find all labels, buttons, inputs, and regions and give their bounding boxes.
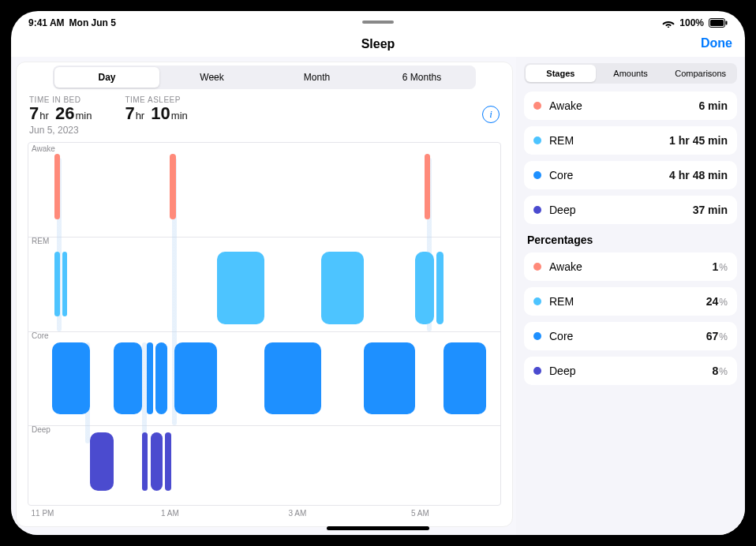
xlabel-1am: 1 AM	[161, 509, 179, 518]
tab-comparisons[interactable]: Comparisons	[665, 65, 735, 82]
side-panel: Stages Amounts Comparisons Awake 6 min R…	[516, 57, 745, 535]
dot-icon	[533, 136, 541, 144]
tab-week[interactable]: Week	[159, 67, 264, 88]
range-segmented-control: Day Week Month 6 Months	[53, 65, 476, 89]
xlabel-11pm: 11 PM	[31, 509, 54, 518]
pct-row-deep[interactable]: Deep 8%	[524, 357, 737, 385]
pct-row-awake[interactable]: Awake 1%	[524, 252, 737, 281]
bed-hours: 7	[29, 103, 39, 123]
ylabel-rem: REM	[32, 237, 49, 245]
dot-icon	[533, 297, 541, 305]
summary-row: TIME IN BED 7hr 26min TIME ASLEEP 7hr 10…	[17, 95, 512, 123]
ylabel-awake: Awake	[32, 144, 55, 153]
tab-stages[interactable]: Stages	[526, 65, 596, 82]
percentages-heading: Percentages	[527, 234, 734, 246]
dot-icon	[533, 263, 541, 271]
main-panel: Day Week Month 6 Months TIME IN BED 7hr …	[16, 62, 513, 527]
asleep-hours: 7	[125, 103, 134, 123]
time-asleep-metric: TIME ASLEEP 7hr 10min	[125, 95, 189, 123]
done-button[interactable]: Done	[701, 36, 732, 50]
wifi-icon	[662, 18, 675, 28]
dot-icon	[533, 102, 541, 110]
svg-rect-2	[726, 21, 728, 25]
xlabel-3am: 3 AM	[288, 509, 306, 518]
stage-row-deep[interactable]: Deep 37 min	[524, 196, 737, 224]
dot-icon	[533, 332, 541, 340]
selected-date: Jun 5, 2023	[17, 123, 512, 139]
status-battery-pct: 100%	[679, 17, 704, 28]
tab-amounts[interactable]: Amounts	[596, 65, 666, 82]
title-bar: Sleep Done	[11, 32, 745, 57]
home-indicator[interactable]	[327, 526, 429, 530]
screen: 9:41 AM Mon Jun 5 100% Sleep Done Day We…	[11, 11, 745, 535]
ylabel-core: Core	[32, 331, 49, 340]
device-dots-icon	[362, 21, 394, 24]
pct-row-core[interactable]: Core 67%	[524, 322, 737, 350]
ipad-frame: 9:41 AM Mon Jun 5 100% Sleep Done Day We…	[0, 0, 756, 546]
xlabel-5am: 5 AM	[411, 509, 429, 518]
info-icon[interactable]: i	[482, 106, 500, 123]
pct-row-rem[interactable]: REM 24%	[524, 287, 737, 316]
dot-icon	[533, 206, 541, 214]
svg-rect-1	[710, 20, 724, 26]
bed-mins: 26	[55, 103, 74, 123]
dot-icon	[533, 171, 541, 179]
tab-6months[interactable]: 6 Months	[369, 67, 474, 88]
battery-icon	[709, 18, 728, 28]
page-title: Sleep	[361, 37, 395, 51]
detail-segmented-control: Stages Amounts Comparisons	[524, 63, 737, 84]
stage-row-rem[interactable]: REM 1 hr 45 min	[524, 126, 737, 155]
asleep-mins: 10	[151, 103, 170, 123]
status-date: Mon Jun 5	[69, 17, 116, 28]
tab-day[interactable]: Day	[54, 67, 159, 88]
sleep-chart[interactable]: Awake REM Core Deep 11 PM 1 AM 3 AM 5 AM	[28, 142, 501, 506]
stage-row-awake[interactable]: Awake 6 min	[524, 92, 737, 120]
time-in-bed-metric: TIME IN BED 7hr 26min	[29, 95, 93, 123]
tab-month[interactable]: Month	[264, 67, 369, 88]
ylabel-deep: Deep	[32, 425, 51, 434]
status-time: 9:41 AM	[28, 17, 65, 28]
dot-icon	[533, 367, 541, 375]
stage-row-core[interactable]: Core 4 hr 48 min	[524, 161, 737, 189]
